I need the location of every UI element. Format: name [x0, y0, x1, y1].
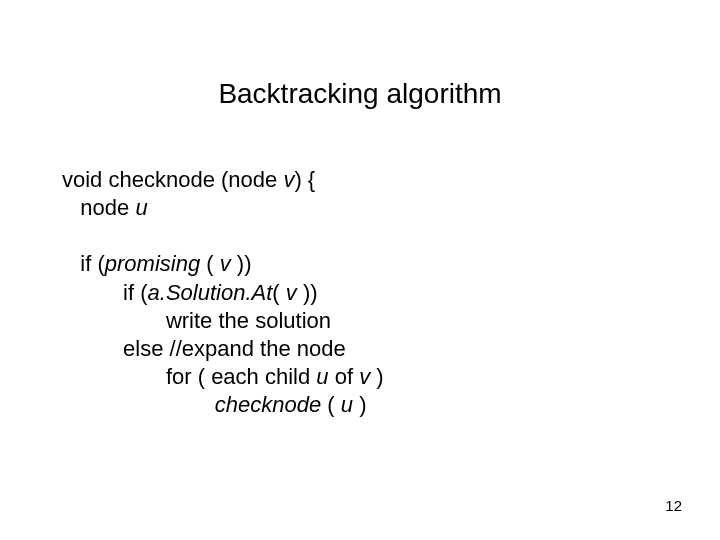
- code-text: ): [353, 392, 366, 417]
- code-text: )): [297, 280, 318, 305]
- slide: Backtracking algorithm void checknode (n…: [0, 0, 720, 540]
- code-var: v: [286, 280, 297, 305]
- code-text: ) {: [294, 167, 315, 192]
- code-var: v: [359, 364, 370, 389]
- code-text: (: [321, 392, 341, 417]
- code-text: (: [200, 251, 220, 276]
- slide-title: Backtracking algorithm: [0, 78, 720, 110]
- code-var: u: [135, 195, 147, 220]
- code-text: if (: [62, 251, 105, 276]
- code-var: u: [316, 364, 328, 389]
- code-text: if (: [62, 280, 148, 305]
- code-var: v: [283, 167, 294, 192]
- code-text: of: [329, 364, 360, 389]
- code-text: (: [272, 280, 285, 305]
- code-var: u: [341, 392, 353, 417]
- code-text: else //expand the node: [62, 336, 346, 361]
- code-text: ): [370, 364, 383, 389]
- code-text: void checknode (node: [62, 167, 283, 192]
- code-var: v: [220, 251, 231, 276]
- code-func: a.Solution.At: [148, 280, 273, 305]
- code-block: void checknode (node v) { node u if (pro…: [62, 166, 384, 419]
- code-text: write the solution: [62, 308, 331, 333]
- code-func: checknode: [215, 392, 321, 417]
- page-number: 12: [665, 497, 682, 514]
- code-text: node: [62, 195, 135, 220]
- code-text: [62, 392, 215, 417]
- code-text: )): [231, 251, 252, 276]
- code-text: for ( each child: [62, 364, 316, 389]
- code-func: promising: [105, 251, 200, 276]
